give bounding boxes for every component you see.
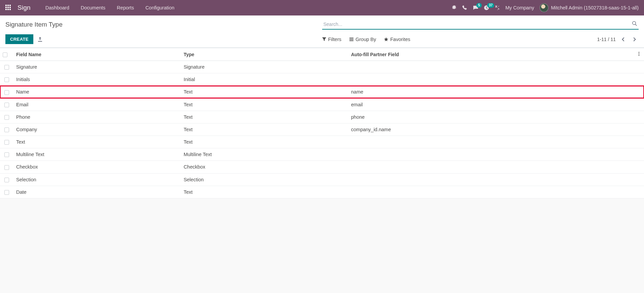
header-checkbox[interactable] [0,48,13,61]
topnav-right: 5 37 My Company Mitchell Admin (15027318… [451,3,639,12]
row-checkbox[interactable] [0,123,13,136]
row-checkbox[interactable] [0,86,13,98]
cell-empty [634,123,644,136]
cell-type: Text [181,86,348,98]
user-name: Mitchell Admin (15027318-saas-15-1-all) [551,5,639,10]
row-checkbox[interactable] [0,173,13,186]
favorites-label: Favorites [390,37,410,42]
cell-empty [634,136,644,148]
cell-field: Email [13,98,181,111]
user-menu[interactable]: Mitchell Admin (15027318-saas-15-1-all) [540,3,639,12]
table-row[interactable]: TextText [0,136,644,148]
pager-prev[interactable] [619,35,627,43]
star-icon [384,37,388,41]
company-selector[interactable]: My Company [505,5,534,10]
pager-next[interactable] [631,35,639,43]
cell-empty [634,98,644,111]
header-field[interactable]: Field Name [13,48,181,61]
search-icon[interactable] [632,21,637,27]
row-checkbox[interactable] [0,61,13,73]
cell-type: Multiline Text [181,148,348,161]
cell-auto: name [348,86,634,98]
favorites-button[interactable]: Favorites [384,37,410,42]
pager: 1-11 / 11 [597,35,639,43]
header-auto[interactable]: Auto-fill Partner Field [348,48,634,61]
export-icon[interactable] [37,37,43,42]
row-checkbox[interactable] [0,136,13,148]
dots-vertical-icon [637,51,641,56]
svg-point-2 [639,55,640,56]
cell-field: Company [13,123,181,136]
cell-empty [634,186,644,198]
row-checkbox[interactable] [0,73,13,86]
search-options: Filters Group By Favorites 1-11 / 11 [322,35,639,43]
cell-field: Multiline Text [13,148,181,161]
debug-icon[interactable] [451,5,457,10]
table-row[interactable]: CompanyTextcompany_id.name [0,123,644,136]
cell-empty [634,173,644,186]
table-row[interactable]: CheckboxCheckbox [0,161,644,173]
groupby-label: Group By [355,37,376,42]
table-header-row: Field Name Type Auto-fill Partner Field [0,48,644,61]
table-row[interactable]: EmailTextemail [0,98,644,111]
row-checkbox[interactable] [0,111,13,123]
cell-field: Signature [13,61,181,73]
cell-type: Text [181,186,348,198]
cell-auto [348,61,634,73]
cell-field: Phone [13,111,181,123]
table-row[interactable]: InitialsInitial [0,73,644,86]
cell-auto [348,73,634,86]
cell-field: Initials [13,73,181,86]
nav-item-documents[interactable]: Documents [81,5,105,10]
cell-auto [348,186,634,198]
cell-type: Checkbox [181,161,348,173]
cell-empty [634,148,644,161]
topnav-left: Sign Dashboard Documents Reports Configu… [5,4,174,11]
activities-badge: 37 [487,3,494,8]
row-checkbox[interactable] [0,161,13,173]
table-row[interactable]: Multiline TextMultiline Text [0,148,644,161]
create-button[interactable]: CREATE [5,34,33,44]
messages-badge: 5 [476,3,482,8]
row-checkbox[interactable] [0,148,13,161]
search-input[interactable] [322,20,639,30]
svg-point-1 [639,53,640,54]
activities-icon[interactable]: 37 [484,5,489,10]
funnel-icon [322,37,326,41]
table-row[interactable]: PhoneTextphone [0,111,644,123]
header-options[interactable] [634,48,644,61]
header-type[interactable]: Type [181,48,348,61]
row-checkbox[interactable] [0,186,13,198]
cell-auto [348,148,634,161]
cell-type: Text [181,98,348,111]
table-row[interactable]: DateText [0,186,644,198]
cell-empty [634,161,644,173]
cell-auto: email [348,98,634,111]
table-row[interactable]: SelectionSelection [0,173,644,186]
messages-icon[interactable]: 5 [473,5,478,10]
row-checkbox[interactable] [0,98,13,111]
pager-text: 1-11 / 11 [597,37,616,42]
cell-empty [634,86,644,98]
cell-field: Date [13,186,181,198]
cell-empty [634,111,644,123]
cell-auto: company_id.name [348,123,634,136]
cell-empty [634,61,644,73]
apps-icon[interactable] [5,5,11,11]
cell-type: Text [181,111,348,123]
filters-button[interactable]: Filters [322,37,341,42]
tools-icon[interactable] [495,5,500,10]
nav-item-reports[interactable]: Reports [117,5,134,10]
table-row[interactable]: NameTextname [0,86,644,98]
cell-type: Text [181,136,348,148]
nav-item-dashboard[interactable]: Dashboard [45,5,69,10]
phone-icon[interactable] [462,5,468,10]
groupby-button[interactable]: Group By [349,37,376,42]
app-brand[interactable]: Sign [18,4,31,11]
cell-field: Checkbox [13,161,181,173]
table-row[interactable]: SignatureSignature [0,61,644,73]
search-wrap [322,20,639,30]
control-panel: Signature Item Type CREATE Filters Group… [0,15,644,48]
cell-type: Text [181,123,348,136]
nav-item-configuration[interactable]: Configuration [145,5,174,10]
